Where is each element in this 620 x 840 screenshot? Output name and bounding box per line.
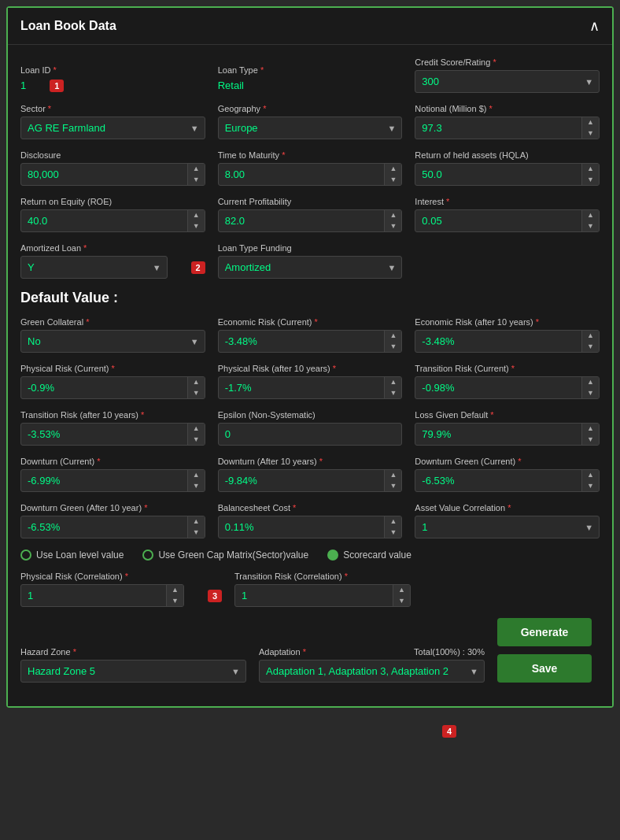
time-to-maturity-input[interactable] [219,164,385,185]
radio-scorecard-label: Scorecard value [343,550,411,561]
col-interest: Interest * ▲ ▼ [415,197,600,232]
downturn-current-input[interactable] [21,470,187,491]
col-disclosure: Disclosure ▲ ▼ [20,150,205,186]
economic-risk-current-input[interactable] [219,331,385,352]
interest-down-btn[interactable]: ▼ [582,221,599,232]
downturn-green-10y-down-btn[interactable]: ▼ [188,527,205,538]
interest-spinner: ▲ ▼ [415,209,600,232]
transition-risk-10y-up-btn[interactable]: ▲ [188,424,205,435]
adaptation-select[interactable]: Adaptation 1, Adaptation 3, Adaptation 2 [259,660,485,683]
transition-risk-10y-input[interactable] [21,424,187,445]
hazard-zone-select[interactable]: Hazard Zone 5 [20,660,246,683]
roe-up-btn[interactable]: ▲ [188,210,205,221]
col-loan-id: Loan ID * 1 1 [20,65,205,93]
transition-risk-current-input[interactable] [415,377,581,398]
downturn-green-10y-up-btn[interactable]: ▲ [188,516,205,527]
epsilon-input[interactable] [218,423,403,446]
transition-risk-current-up-btn[interactable]: ▲ [582,377,599,388]
downturn-10y-input[interactable] [219,470,385,491]
transition-risk-corr-up-btn[interactable]: ▲ [393,585,410,596]
time-to-maturity-spinner-btns: ▲ ▼ [384,164,401,185]
balancesheet-cost-down-btn[interactable]: ▼ [385,527,401,538]
return-hqla-input[interactable] [415,164,581,185]
transition-risk-current-down-btn[interactable]: ▼ [582,388,599,399]
generate-button[interactable]: Generate [497,618,592,646]
roe-input[interactable] [21,210,187,231]
downturn-green-current-btns: ▲ ▼ [581,470,599,491]
downturn-current-down-btn[interactable]: ▼ [188,481,205,492]
transition-risk-corr-down-btn[interactable]: ▼ [393,596,410,607]
economic-risk-10y-down-btn[interactable]: ▼ [582,342,599,353]
current-profitability-spinner: ▲ ▼ [218,209,403,232]
downturn-green-current-down-btn[interactable]: ▼ [582,481,599,492]
transition-risk-corr-input[interactable] [235,585,393,606]
downturn-10y-down-btn[interactable]: ▼ [385,481,401,492]
physical-risk-current-input[interactable] [21,377,187,398]
return-hqla-up-btn[interactable]: ▲ [582,164,599,175]
economic-risk-10y-input[interactable] [415,331,581,352]
physical-risk-corr-input[interactable] [21,585,166,606]
physical-risk-10y-up-btn[interactable]: ▲ [385,377,401,388]
downturn-green-10y-input[interactable] [21,516,187,538]
lgd-down-btn[interactable]: ▼ [582,435,599,446]
disclosure-input[interactable] [21,164,187,185]
balancesheet-cost-up-btn[interactable]: ▲ [385,516,401,527]
economic-risk-10y-up-btn[interactable]: ▲ [582,331,599,342]
transition-risk-10y-label: Transition Risk (after 10 years) * [20,410,205,420]
downturn-current-up-btn[interactable]: ▲ [188,470,205,481]
lgd-btns: ▲ ▼ [581,424,599,445]
physical-risk-corr-up-btn[interactable]: ▲ [167,585,183,596]
roe-down-btn[interactable]: ▼ [188,221,205,232]
physical-risk-current-up-btn[interactable]: ▲ [188,377,205,388]
geography-select[interactable]: Europe [218,117,403,139]
economic-risk-10y-spinner: ▲ ▼ [415,330,600,353]
return-hqla-down-btn[interactable]: ▼ [582,175,599,186]
lgd-up-btn[interactable]: ▲ [582,424,599,435]
downturn-green-10y-btns: ▲ ▼ [187,516,205,538]
time-to-maturity-down-btn[interactable]: ▼ [385,175,401,186]
radio-green-cap[interactable]: Use Green Cap Matrix(Sector)value [142,550,308,561]
interest-up-btn[interactable]: ▲ [582,210,599,221]
current-profitability-input[interactable] [219,210,385,231]
col-epsilon: Epsilon (Non-Systematic) [218,410,403,446]
lgd-input[interactable] [415,424,581,445]
notional-up-btn[interactable]: ▲ [582,117,599,128]
col-economic-risk-10y: Economic Risk (after 10 years) * ▲ ▼ [415,317,600,353]
downturn-10y-up-btn[interactable]: ▲ [385,470,401,481]
economic-risk-current-up-btn[interactable]: ▲ [385,331,401,342]
row-roe: Return on Equity (ROE) ▲ ▼ Current Profi… [20,197,600,232]
asset-value-correlation-select[interactable]: 1 [415,516,600,538]
notional-down-btn[interactable]: ▼ [582,128,599,139]
green-collateral-select[interactable]: No [20,330,205,353]
balancesheet-cost-input[interactable] [219,516,385,538]
downturn-green-current-input[interactable] [415,470,581,491]
save-button[interactable]: Save [497,654,592,683]
radio-loan-level[interactable]: Use Loan level value [20,550,124,561]
downturn-green-current-up-btn[interactable]: ▲ [582,470,599,481]
current-profitability-down-btn[interactable]: ▼ [385,221,401,232]
credit-score-select[interactable]: 300 [415,70,600,93]
disclosure-down-btn[interactable]: ▼ [188,175,205,186]
transition-risk-corr-spinner: ▲ ▼ [234,584,411,607]
col-loan-type: Loan Type * Retail [218,65,403,93]
transition-risk-current-btns: ▲ ▼ [581,377,599,398]
radio-scorecard[interactable]: Scorecard value [327,550,411,561]
transition-risk-10y-down-btn[interactable]: ▼ [188,435,205,446]
col-balancesheet-cost: Balancesheet Cost * ▲ ▼ [218,503,403,538]
row-loan-id: Loan ID * 1 1 Loan Type * Retail Credit … [20,57,600,93]
physical-risk-current-down-btn[interactable]: ▼ [188,388,205,399]
downturn-10y-btns: ▲ ▼ [384,470,401,491]
economic-risk-current-down-btn[interactable]: ▼ [385,342,401,353]
collapse-button[interactable]: ∧ [589,17,600,35]
loan-type-funding-select[interactable]: Amortized [218,256,403,279]
physical-risk-10y-input[interactable] [219,377,385,398]
sector-select[interactable]: AG RE Farmland [20,117,205,139]
notional-input[interactable] [415,117,581,139]
physical-risk-10y-down-btn[interactable]: ▼ [385,388,401,399]
time-to-maturity-up-btn[interactable]: ▲ [385,164,401,175]
physical-risk-corr-down-btn[interactable]: ▼ [167,596,183,607]
current-profitability-up-btn[interactable]: ▲ [385,210,401,221]
amortized-select[interactable]: Y [20,256,168,279]
interest-input[interactable] [415,210,581,231]
disclosure-up-btn[interactable]: ▲ [188,164,205,175]
